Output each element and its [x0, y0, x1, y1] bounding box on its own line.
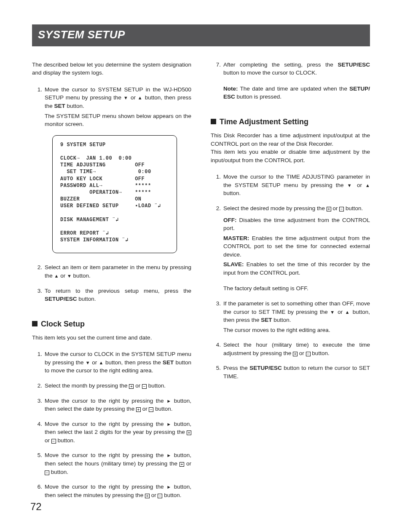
text: Move the cursor to the right by pressing… [45, 484, 166, 490]
step-subtext: The SYSTEM SETUP menu shown below appear… [45, 112, 191, 128]
text: or [59, 273, 67, 279]
text: or [331, 205, 340, 211]
plus-icon: + [293, 352, 297, 356]
time-step-2: 2. Select the desired mode by pressing t… [211, 204, 370, 293]
text: Move the cursor to the right by pressing… [45, 398, 166, 404]
text: After completing the setting, press the [223, 61, 338, 68]
def-off: OFF: Disables the time adjustment from t… [223, 216, 370, 233]
setup-esc-ref: SETUP/ESC [338, 61, 370, 68]
def-key: MASTER: [223, 235, 249, 241]
heading-text: Time Adjustment Setting [220, 116, 308, 127]
down-triangle-icon: ▼ [67, 273, 72, 278]
step-number: 4. [211, 341, 222, 357]
page: SYSTEM SETUP The described below let you… [0, 0, 402, 532]
right-column: 7. After completing the setting, press t… [211, 61, 370, 506]
clock-step-3: 3. Move the cursor to the right by press… [32, 397, 191, 413]
text: Press the [223, 365, 249, 371]
step-number: 2. [32, 382, 43, 390]
down-triangle-icon: ▼ [330, 310, 335, 315]
plus-icon: + [180, 462, 184, 467]
text: or [335, 309, 345, 315]
plus-icon: + [129, 384, 134, 389]
def-slave: SLAVE: Enables to set the time of this r… [223, 260, 370, 277]
text: or [150, 492, 158, 498]
text: Select the desired mode by pressing the [223, 205, 327, 211]
setup-esc-ref: SETUP/ESC [45, 296, 77, 302]
text: button. [72, 273, 91, 279]
text: button. [153, 406, 172, 412]
text: button. [272, 317, 291, 323]
square-bullet-icon [211, 119, 216, 124]
text: or [184, 460, 191, 467]
clock-intro: This item lets you set the current time … [32, 334, 191, 342]
text: button. [147, 382, 166, 389]
time-adjustment-steps: 1. Move the cursor to the TIME ADJUSTING… [211, 173, 370, 380]
step-2: 2. Select an item or item parameter in t… [32, 263, 191, 280]
step-number: 3. [32, 287, 43, 303]
clock-step-4: 4. Move the cursor to the right by press… [32, 420, 191, 445]
clock-setup-steps: 1. Move the cursor to CLOCK in the SYSTE… [32, 350, 191, 499]
up-triangle-icon: ▲ [138, 95, 143, 100]
factory-default: The factory default setting is OFF. [223, 284, 370, 293]
step-number: 3. [32, 397, 43, 413]
text: button. [49, 469, 68, 475]
right-top-steps: 7. After completing the setting, press t… [211, 61, 370, 101]
step-1: 1. Move the cursor to SYSTEM SETUP in th… [32, 86, 191, 128]
plus-icon: + [136, 407, 141, 412]
text: The date and time are updated when the [238, 86, 350, 92]
text: Select the month by pressing the [45, 382, 129, 389]
text: button. [344, 205, 363, 211]
plus-icon: + [145, 494, 150, 498]
clock-step-5: 5. Move the cursor to the right by press… [32, 451, 191, 476]
step-number: 2. [211, 204, 222, 293]
time-intro-2: This item lets you enable or disable tim… [211, 148, 370, 164]
set-button-ref: SET [54, 103, 65, 109]
clock-setup-heading: Clock Setup [32, 318, 191, 329]
def-val: Disables the time adjustment from the CO… [223, 217, 370, 232]
text: button. [65, 103, 84, 109]
up-triangle-icon: ▲ [54, 273, 59, 278]
two-column-layout: The described below let you determine th… [32, 61, 370, 506]
mode-definitions: OFF: Disables the time adjustment from t… [223, 216, 370, 277]
text: or [141, 406, 149, 412]
def-master: MASTER: Enables the time adjustment outp… [223, 234, 370, 259]
step-number: 1. [32, 350, 43, 375]
step-number: 5. [32, 451, 43, 476]
text: button, then press the [104, 359, 163, 366]
set-button-ref: SET [163, 359, 174, 366]
page-title-banner: SYSTEM SETUP [32, 24, 370, 46]
text: or [134, 382, 142, 389]
minus-icon: − [149, 407, 153, 412]
step-7: 7. After completing the setting, press t… [211, 61, 370, 101]
note-label: Note: [223, 86, 238, 92]
right-triangle-icon: ► [166, 484, 171, 489]
step-number: 2. [32, 263, 43, 280]
text: button. [162, 492, 181, 498]
right-triangle-icon: ► [166, 422, 171, 427]
text: Move the cursor to the right by pressing… [45, 421, 166, 427]
time-step-3: 3. If the parameter is set to something … [211, 299, 370, 334]
text: button is pressed. [235, 94, 281, 100]
text: To return to the previous setup menu, pr… [45, 288, 191, 294]
minus-icon: − [339, 207, 344, 211]
step-number: 5. [211, 364, 222, 380]
def-key: SLAVE: [223, 261, 244, 267]
step-number: 3. [211, 299, 222, 334]
plus-icon: + [187, 430, 191, 435]
text: button. [311, 350, 330, 356]
step-number: 7. [211, 61, 222, 101]
clock-step-1: 1. Move the cursor to CLOCK in the SYSTE… [32, 350, 191, 375]
step-number: 4. [32, 420, 43, 445]
text: button to move the cursor to CLOCK. [223, 70, 317, 76]
up-triangle-icon: ▲ [99, 360, 103, 365]
time-adjustment-heading: Time Adjustment Setting [211, 116, 370, 127]
clock-step-6: 6. Move the cursor to the right by press… [32, 483, 191, 499]
time-intro-1: This Disk Recorder has a time adjustment… [211, 131, 370, 148]
text: or [354, 182, 365, 188]
setup-esc-ref: SETUP/ESC [249, 365, 282, 371]
text: button. [77, 296, 96, 302]
square-bullet-icon [32, 321, 38, 326]
heading-text: Clock Setup [41, 318, 85, 329]
step-number: 1. [211, 173, 222, 198]
minus-icon: − [142, 384, 147, 389]
